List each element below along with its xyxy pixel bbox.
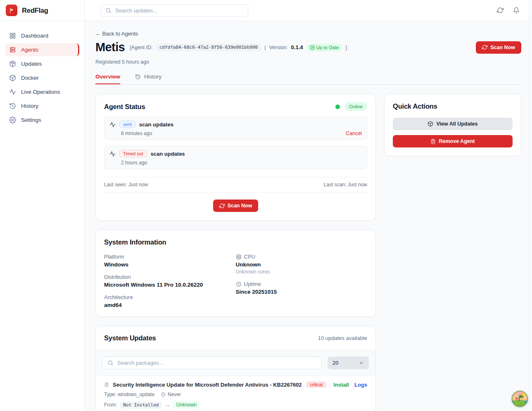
agent-id-value: cdfdfa84-68c6-47a2-8f56-639e001bb900 [156,43,261,51]
clock-icon [236,281,242,287]
system-updates-card: System Updates 10 updates available 20 [95,326,376,411]
search-packages-input[interactable] [117,360,317,366]
scan-now-button[interactable]: Scan Now [213,200,259,212]
sidebar-nav: Dashboard Agents Updates Docker Live Ope… [0,21,84,126]
version-label: Version: [269,45,287,50]
updates-available-count: 10 updates available [318,335,367,341]
scrollbar[interactable] [529,0,532,411]
search-updates-input[interactable] [115,7,243,14]
clipboard-icon [104,382,109,388]
tab-overview[interactable]: Overview [95,74,120,84]
brand-header: RedFlag [0,0,84,21]
sidebar-item-agents[interactable]: Agents [5,43,79,56]
activity-icon [9,88,16,95]
grid-icon [9,32,16,39]
sidebar-item-updates[interactable]: Updates [5,57,79,70]
updates-toolbar: 20 [96,350,375,376]
status-meta-row: Last seen: Just now Last scan: Just now [104,177,367,192]
event-status-badge: sent [119,121,135,128]
agent-meta: [Agent ID: cdfdfa84-68c6-47a2-8f56-639e0… [130,43,347,51]
floating-island-button[interactable] [511,390,528,407]
platform-field: Platform Windows [104,254,236,268]
search-icon [107,360,114,366]
cpu-icon [236,254,242,260]
distribution-label: Distribution [104,274,236,280]
package-icon [9,60,16,67]
quick-actions-card: Quick Actions View All Updates Remove Ag… [384,94,521,156]
online-dot [335,105,340,109]
sidebar-item-label: Updates [21,61,42,67]
remove-agent-button[interactable]: Remove Agent [393,135,513,147]
uptime-field: Uptime Since 20251015 [236,281,368,295]
sidebar: RedFlag Dashboard Agents Updates Docker … [0,0,85,411]
page-content: ← Back to Agents Metis [Agent ID: cdfdfa… [85,21,532,411]
system-info-title: System Information [104,238,367,246]
architecture-field: Architecture amd64 [104,294,236,308]
sidebar-item-docker[interactable]: Docker [5,71,79,84]
topbar [85,0,532,21]
sidebar-item-dashboard[interactable]: Dashboard [5,29,79,42]
uptime-value: Since 20251015 [236,289,368,295]
chevron-down-icon [359,360,364,366]
cpu-label: CPU [244,254,255,260]
pipe-separator: | [264,45,266,50]
install-link[interactable]: Install [333,382,349,388]
search-icon [105,7,112,14]
online-badge: Online [344,102,367,111]
platform-value: Windows [104,261,236,268]
from-label: From: [104,402,117,408]
gear-icon [9,116,16,124]
package-search[interactable] [102,356,322,369]
reboot-required: Never [168,392,181,397]
version-value: 0.1.4 [291,44,303,50]
sidebar-item-label: Dashboard [21,33,48,39]
cube-icon [9,74,16,81]
agents-icon [9,46,16,53]
sidebar-item-label: Settings [21,117,41,123]
agent-header: Metis [Agent ID: cdfdfa84-68c6-47a2-8f56… [95,40,521,54]
quick-actions-title: Quick Actions [393,102,513,110]
page-title: Metis [95,40,125,54]
cancel-link[interactable]: Cancel [346,131,362,136]
agent-id-label: [Agent ID: [130,45,153,50]
island-icon [511,390,528,407]
clock-icon [161,392,166,397]
system-updates-title: System Updates [104,334,156,342]
view-all-updates-button[interactable]: View All Updates [393,118,513,130]
sidebar-item-live-operations[interactable]: Live Operations [5,86,79,98]
cpu-value: Unknown [236,261,368,268]
uptime-label: Uptime [244,281,261,287]
registered-text: Registered 5 hours ago [95,59,521,65]
sidebar-item-label: Live Operations [21,89,60,95]
logs-link[interactable]: Logs [354,382,367,388]
sidebar-item-settings[interactable]: Settings [5,114,79,126]
status-event-row: Timed out scan updates 2 hours ago [104,146,367,169]
up-to-date-badge: Up to Date [306,44,342,51]
distribution-value: Microsoft Windows 11 Pro 10.0.26220 [104,282,236,288]
refresh-icon[interactable] [497,7,504,14]
refresh-icon [482,45,487,50]
app-window: RedFlag Dashboard Agents Updates Docker … [0,0,532,411]
last-scan-text: Last scan: Just now [324,182,367,188]
page-size-select[interactable]: 20 [328,356,369,369]
bell-icon[interactable] [513,7,520,14]
cpu-cores: Unknown cores [236,269,368,275]
agent-status-title: Agent Status [104,103,145,111]
tab-history[interactable]: History [135,74,162,84]
sidebar-item-label: Agents [21,47,38,53]
check-circle-icon [310,45,315,50]
history-icon [9,102,16,109]
scan-now-button[interactable]: Scan Now [476,41,521,54]
global-search[interactable] [100,4,248,17]
sidebar-item-history[interactable]: History [5,100,79,112]
activity-icon [109,151,116,157]
back-to-agents-link[interactable]: ← Back to Agents [95,31,138,37]
activity-icon [109,121,116,128]
brand-name: RedFlag [22,7,48,14]
redflag-logo-icon [6,5,17,16]
sidebar-item-label: Docker [21,75,39,81]
distribution-field: Distribution Microsoft Windows 11 Pro 10… [104,274,236,288]
to-version: Unknown [173,401,200,409]
online-status: Online [335,102,367,111]
sidebar-item-label: History [21,103,38,109]
